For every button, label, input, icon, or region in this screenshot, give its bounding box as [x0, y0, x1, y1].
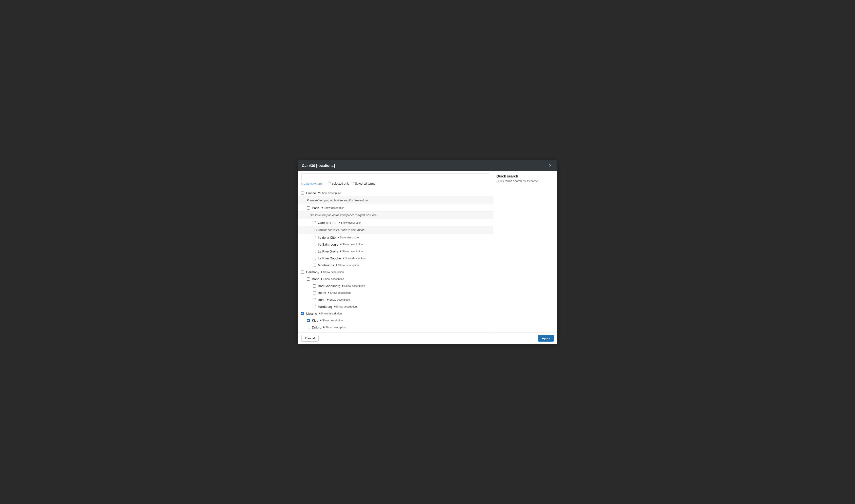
term-row: La Rive GaucheShow description [298, 255, 493, 262]
term-name: Paris [312, 206, 319, 210]
term-checkbox[interactable] [301, 192, 304, 195]
term-name: France [306, 191, 316, 195]
modal-dialog: Car #30 [locations] × create new term ↓ [298, 160, 557, 344]
term-row: La Rive DroiteShow description [298, 248, 493, 255]
term-checkbox[interactable] [313, 305, 316, 308]
term-name: Beuel [318, 291, 326, 295]
term-name: Île Saint-Louis [318, 242, 338, 246]
modal-header: Car #30 [locations] × [298, 160, 557, 171]
term-checkbox[interactable] [313, 250, 316, 253]
term-row: GermanyShow description [298, 269, 493, 275]
term-name: Ukraine [306, 312, 317, 316]
term-description: Praesent tempor, nibh vitae sagittis fer… [298, 196, 493, 204]
main-panel: create new term ↓ | selected only [298, 171, 493, 332]
terms-list: FranceShow descriptionPraesent tempor, n… [298, 188, 493, 332]
show-description-toggle[interactable]: Show description [343, 257, 366, 260]
sidebar-panel: Quick search Quick terms search by its n… [493, 171, 557, 332]
term-description: Curabitur convallis, nunc in accumsan [298, 226, 493, 234]
term-row: HardtbergShow description [298, 303, 493, 310]
term-row: Bad GodesbergShow description [298, 282, 493, 289]
term-row: BonnShow description [298, 296, 493, 303]
term-checkbox[interactable] [313, 221, 316, 224]
term-name: La Rive Gauche [318, 256, 341, 260]
term-name: Montmartre [318, 263, 334, 267]
show-description-toggle[interactable]: Show description [318, 192, 341, 195]
selected-only-label[interactable]: selected only [328, 182, 349, 185]
term-row: UkraineShow description [298, 310, 493, 317]
term-checkbox[interactable] [307, 326, 310, 329]
toolbar: create new term ↓ | selected only [298, 171, 493, 188]
term-checkbox[interactable] [307, 319, 310, 322]
term-name: Gare de l'Est [318, 221, 336, 224]
term-checkbox[interactable] [313, 291, 316, 294]
apply-button[interactable]: Apply [538, 335, 554, 342]
term-name: Germany [306, 270, 319, 274]
show-description-toggle[interactable]: Show description [342, 284, 365, 287]
modal-body: create new term ↓ | selected only [298, 171, 557, 332]
create-new-term-link[interactable]: create new term [301, 182, 322, 185]
show-description-toggle[interactable]: Show description [336, 264, 359, 267]
show-description-toggle[interactable]: Show description [323, 326, 346, 329]
term-row: Île Saint-LouisShow description [298, 241, 493, 248]
modal-overlay: Car #30 [locations] × create new term ↓ [0, 0, 855, 504]
term-row: Gare de l'EstShow description [298, 219, 493, 226]
term-checkbox[interactable] [307, 206, 310, 210]
sidebar-title: Quick search [496, 174, 554, 178]
term-name: Île de la Cité [318, 236, 336, 239]
show-description-toggle[interactable]: Show description [340, 243, 363, 246]
term-row: BeuelShow description [298, 289, 493, 296]
modal-footer: Cancel Apply [298, 332, 557, 344]
term-row: Île de la CitéShow description [298, 234, 493, 241]
show-description-toggle[interactable]: Show description [320, 319, 343, 322]
modal-title: Car #30 [locations] [302, 163, 335, 167]
modal-close-button[interactable]: × [547, 162, 553, 168]
show-description-toggle[interactable]: Show description [328, 291, 351, 294]
term-name: Dnipro [312, 326, 321, 329]
select-all-label[interactable]: Select all terms [351, 182, 375, 185]
show-description-toggle[interactable]: Show description [327, 298, 350, 301]
term-checkbox[interactable] [313, 298, 316, 301]
toolbar-links: create new term ↓ | selected only [301, 182, 489, 185]
show-description-toggle[interactable]: Show description [340, 250, 363, 253]
show-description-toggle[interactable]: Show description [338, 221, 362, 224]
term-description: Quisque tempor lectus volutpat consequat… [298, 211, 493, 219]
selected-only-checkbox[interactable] [328, 182, 331, 185]
toolbar-separator: | [326, 182, 326, 185]
term-row: FranceShow description [298, 190, 493, 196]
term-row: DniproShow description [298, 324, 493, 331]
show-description-toggle[interactable]: Show description [334, 305, 357, 308]
term-checkbox[interactable] [313, 264, 316, 267]
term-checkbox[interactable] [313, 243, 316, 246]
term-checkbox[interactable] [313, 284, 316, 288]
show-description-toggle[interactable]: Show description [319, 312, 342, 315]
term-row: KievShow description [298, 317, 493, 324]
term-row: ParisShow description [298, 204, 493, 211]
term-checkbox[interactable] [307, 277, 310, 281]
term-row: MontmartreShow description [298, 262, 493, 269]
show-description-toggle[interactable]: Show description [321, 277, 344, 281]
show-description-toggle[interactable]: Show description [321, 206, 345, 209]
term-checkbox[interactable] [301, 312, 304, 315]
term-name: Hardtberg [318, 305, 332, 308]
select-all-checkbox[interactable] [351, 182, 354, 185]
term-checkbox[interactable] [313, 236, 316, 239]
term-checkbox[interactable] [313, 257, 316, 260]
term-name: Bonn [318, 298, 325, 302]
sidebar-description: Quick terms search by its name [496, 179, 554, 183]
term-checkbox[interactable] [301, 271, 304, 274]
term-name: Bad Godesberg [318, 284, 340, 288]
search-input[interactable] [301, 173, 489, 180]
term-name: Bonn [312, 277, 319, 281]
term-name: La Rive Droite [318, 250, 338, 253]
show-description-toggle[interactable]: Show description [337, 236, 360, 239]
term-row: BonnShow description [298, 275, 493, 282]
show-description-toggle[interactable]: Show description [321, 271, 344, 273]
cancel-button[interactable]: Cancel [301, 335, 319, 342]
term-name: Kiev [312, 319, 318, 322]
